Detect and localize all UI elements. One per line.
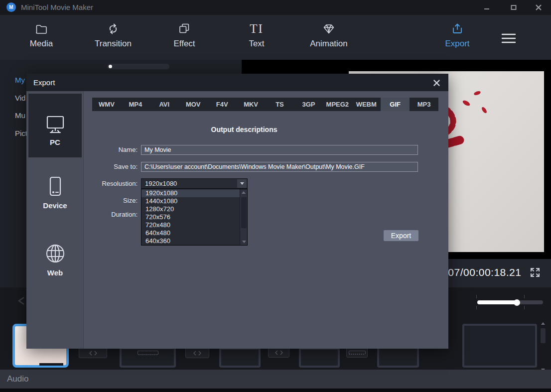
- animation-diamond-icon: [321, 19, 336, 36]
- maximize-icon: [511, 4, 517, 10]
- combobox-arrow-button[interactable]: [237, 179, 247, 188]
- fullscreen-icon: [530, 267, 541, 278]
- media-folder-icon: [34, 19, 49, 36]
- resolution-option[interactable]: 1440x1080: [141, 197, 240, 205]
- dropdown-scrollbar-thumb[interactable]: [241, 197, 247, 228]
- resolution-option[interactable]: 720x480: [141, 221, 240, 229]
- export-dialog: Export PC Device: [26, 74, 448, 349]
- format-tab-mp4[interactable]: MP4: [121, 98, 150, 111]
- export-confirm-button[interactable]: Export: [384, 230, 418, 241]
- dropdown-scrollbar[interactable]: [240, 189, 247, 245]
- resolution-option[interactable]: 1920x1080: [141, 189, 240, 197]
- app-window: M MiniTool Movie Maker Media: [0, 0, 551, 392]
- resolution-value: 1920x1080: [145, 180, 177, 187]
- timeline-clip[interactable]: [120, 347, 176, 368]
- filmstrip-icon: [349, 351, 366, 355]
- window-title: MiniTool Movie Maker: [21, 3, 93, 11]
- transition-icon: [105, 19, 121, 36]
- filmstrip-icon: [138, 351, 158, 355]
- name-input[interactable]: [141, 145, 418, 155]
- export-upload-icon: [450, 19, 465, 36]
- zoom-slider-fill: [477, 300, 517, 304]
- nav-export[interactable]: Export: [427, 19, 487, 49]
- effect-icon: [177, 19, 192, 36]
- dialog-destination-sidebar: PC Device Web: [26, 91, 84, 349]
- size-label: Size:: [56, 196, 138, 206]
- scroll-up-icon[interactable]: [242, 191, 246, 194]
- media-category-pictures[interactable]: Pict: [15, 129, 27, 137]
- menu-button[interactable]: [479, 28, 539, 45]
- format-tab-gif[interactable]: GIF: [381, 98, 410, 111]
- scroll-down-icon[interactable]: [242, 241, 246, 243]
- timeline-scrollbar-thumb[interactable]: [541, 328, 546, 343]
- maximize-button[interactable]: [502, 0, 525, 15]
- dialog-header: Export: [26, 74, 448, 91]
- nav-effect[interactable]: Effect: [154, 19, 214, 49]
- format-tab-wmv[interactable]: WMV: [92, 98, 121, 111]
- nav-media[interactable]: Media: [11, 19, 71, 49]
- nav-text[interactable]: TI Text: [227, 19, 286, 49]
- destination-web[interactable]: Web: [26, 242, 84, 277]
- close-button[interactable]: [527, 0, 550, 15]
- name-label: Name:: [56, 145, 138, 155]
- transition-placeholder[interactable]: [185, 348, 209, 358]
- format-tabbar: WMV MP4 AVI MOV F4V MKV TS 3GP MPEG2 WEB…: [92, 98, 438, 111]
- transition-arrows-icon: [89, 351, 98, 356]
- minimize-button[interactable]: [475, 0, 498, 15]
- transition-placeholder[interactable]: [346, 347, 368, 358]
- duration-label: Duration:: [56, 210, 138, 220]
- chevron-down-icon: [240, 182, 244, 185]
- transition-placeholder[interactable]: [79, 348, 107, 358]
- format-tab-mpeg2[interactable]: MPEG2: [323, 98, 352, 111]
- slider-tick: [524, 306, 525, 309]
- minimize-icon: [484, 4, 490, 10]
- media-scrollbar[interactable]: [107, 64, 169, 69]
- format-tab-3gp[interactable]: 3GP: [294, 98, 323, 111]
- resolution-option[interactable]: 640x480: [141, 229, 240, 237]
- media-category-my[interactable]: My: [15, 76, 25, 84]
- resolution-option[interactable]: 720x576: [141, 213, 240, 221]
- format-tab-ts[interactable]: TS: [266, 98, 294, 111]
- timeline-clip[interactable]: [462, 324, 537, 368]
- hamburger-icon: [499, 28, 518, 45]
- resolution-label: Resolustion:: [56, 179, 138, 189]
- format-tab-avi[interactable]: AVI: [150, 98, 179, 111]
- close-icon: [535, 4, 542, 11]
- resolution-combobox[interactable]: 1920x1080: [141, 178, 248, 189]
- format-tab-webm[interactable]: WEBM: [352, 98, 381, 111]
- slider-tick: [524, 295, 525, 298]
- timecode-display: .07/00:00:18.21: [445, 266, 521, 278]
- timeline-scrollbar[interactable]: [540, 321, 546, 371]
- dialog-title: Export: [33, 78, 55, 87]
- timeline-clip[interactable]: [299, 348, 340, 368]
- dialog-close-button[interactable]: [430, 77, 442, 89]
- audio-track[interactable]: Audio: [0, 370, 551, 389]
- media-scrollbar-thumb[interactable]: [109, 65, 112, 68]
- resolution-option[interactable]: 640x360: [141, 237, 240, 245]
- save-to-label: Save to:: [56, 162, 138, 172]
- save-to-input[interactable]: [141, 162, 418, 172]
- format-tab-mp3[interactable]: MP3: [410, 98, 438, 111]
- media-category-video[interactable]: Vid: [15, 94, 25, 102]
- transition-placeholder[interactable]: [268, 347, 289, 358]
- format-tab-f4v[interactable]: F4V: [208, 98, 237, 111]
- transition-arrows-icon: [193, 351, 202, 356]
- resolution-option[interactable]: 1280x720: [141, 205, 240, 213]
- format-tab-mkv[interactable]: MKV: [237, 98, 266, 111]
- nav-animation[interactable]: Animation: [299, 19, 359, 49]
- main-toolbar: Media Transition Effect: [0, 15, 551, 60]
- audio-track-label: Audio: [7, 374, 28, 384]
- format-tab-mov[interactable]: MOV: [179, 98, 208, 111]
- titlebar: M MiniTool Movie Maker: [0, 0, 551, 15]
- scroll-up-icon[interactable]: [541, 322, 545, 325]
- fullscreen-button[interactable]: [530, 267, 542, 279]
- nav-transition[interactable]: Transition: [83, 19, 143, 49]
- zoom-slider-thumb[interactable]: [514, 299, 520, 306]
- globe-icon: [44, 242, 67, 265]
- clip-trim-notch: [39, 363, 63, 366]
- timeline-clip[interactable]: [219, 348, 261, 368]
- media-category-music[interactable]: Mu: [15, 111, 25, 120]
- text-icon: TI: [250, 19, 264, 36]
- zoom-slider-track[interactable]: [477, 300, 543, 304]
- window-bottom-edge: [0, 389, 551, 392]
